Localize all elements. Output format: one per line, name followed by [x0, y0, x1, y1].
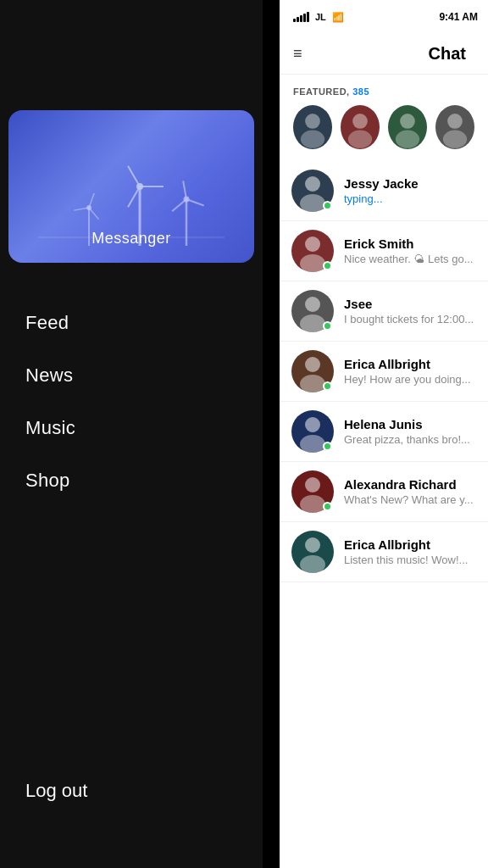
online-indicator-alexandra	[323, 502, 332, 511]
svg-point-21	[396, 131, 419, 148]
featured-label: FEATURED, 385	[280, 75, 488, 105]
chat-item-erica2[interactable]: Erica Allbright Listen this music! Wow!.…	[280, 522, 488, 582]
signal-bar-1	[293, 19, 296, 22]
featured-avatar-4[interactable]	[435, 105, 474, 149]
svg-point-10	[86, 205, 92, 210]
chat-preview-erica2: Listen this music! Wow!...	[344, 554, 476, 566]
svg-line-4	[128, 186, 140, 207]
signal-bar-4	[303, 14, 306, 22]
nav-menu: Feed News Music Shop	[0, 297, 263, 507]
chat-name-jsee: Jsee	[344, 297, 476, 311]
hero-card: Messanger	[8, 110, 254, 263]
chat-name-jessy: Jessy Jacke	[344, 176, 476, 191]
svg-point-26	[305, 236, 320, 252]
sidebar-item-feed[interactable]: Feed	[0, 297, 263, 349]
svg-point-19	[348, 131, 372, 148]
svg-point-5	[136, 183, 143, 190]
logout-button[interactable]: Log out	[0, 765, 113, 817]
online-indicator-erick	[323, 261, 332, 270]
svg-point-36	[305, 537, 320, 553]
svg-point-34	[305, 477, 320, 492]
chat-item-erica1[interactable]: Erica Allbright Hey! How are you doing..…	[280, 342, 488, 402]
chat-info-erica1: Erica Allbright Hey! How are you doing..…	[344, 357, 476, 386]
sidebar-item-news[interactable]: News	[0, 349, 263, 402]
avatar-erica2	[291, 531, 334, 573]
featured-avatar-3[interactable]	[388, 105, 427, 149]
app-title: Messanger	[92, 230, 171, 248]
svg-point-35	[300, 495, 325, 513]
chat-info-helena: Helena Junis Great pizza, thanks bro!...	[344, 417, 476, 446]
chat-name-erick: Erick Smith	[344, 236, 476, 251]
chat-preview-erica1: Hey! How are you doing...	[344, 373, 476, 386]
svg-point-29	[300, 314, 325, 332]
svg-point-17	[301, 131, 324, 148]
chat-item-helena[interactable]: Helena Junis Great pizza, thanks bro!...	[280, 402, 488, 462]
chat-item-jsee[interactable]: Jsee I bought tickets for 12:00...	[280, 281, 488, 342]
avatar-wrap-erica1	[291, 350, 334, 392]
time-display: 9:41 AM	[439, 11, 478, 23]
featured-avatar-2[interactable]	[341, 105, 380, 149]
sidebar-item-music[interactable]: Music	[0, 402, 263, 454]
chat-name-helena: Helena Junis	[344, 417, 476, 431]
svg-point-28	[305, 297, 320, 312]
online-indicator-helena	[323, 442, 332, 451]
svg-point-22	[447, 114, 463, 129]
avatar-wrap-alexandra	[291, 470, 334, 513]
signal-bar-2	[297, 17, 299, 22]
chat-title: Chat	[429, 44, 466, 64]
featured-count: 385	[352, 86, 369, 97]
svg-point-20	[400, 114, 415, 129]
svg-point-23	[443, 131, 467, 148]
menu-button[interactable]: ≡	[293, 45, 302, 63]
chat-name-erica1: Erica Allbright	[344, 357, 476, 371]
svg-point-24	[305, 176, 320, 192]
chat-preview-jsee: I bought tickets for 12:00...	[344, 313, 476, 326]
featured-text: FEATURED,	[293, 86, 350, 97]
chat-info-alexandra: Alexandra Richard What's New? What are y…	[344, 477, 476, 506]
chat-item-jessy[interactable]: Jessy Jacke typing...	[280, 161, 488, 221]
svg-point-30	[305, 357, 320, 372]
avatar-wrap-erick	[291, 230, 334, 272]
avatar-wrap-jsee	[291, 290, 334, 332]
chat-name-alexandra: Alexandra Richard	[344, 477, 476, 492]
svg-point-27	[300, 254, 325, 272]
svg-point-16	[305, 114, 320, 129]
chat-preview-jessy: typing...	[344, 192, 476, 205]
chat-item-erick[interactable]: Erick Smith Nice weather. 🌤 Lets go...	[280, 221, 488, 281]
chat-preview-helena: Great pizza, thanks bro!...	[344, 433, 476, 446]
svg-line-2	[128, 166, 140, 186]
online-indicator-jsee	[323, 321, 332, 331]
chat-info-jessy: Jessy Jacke typing...	[344, 176, 476, 205]
chat-info-erick: Erick Smith Nice weather. 🌤 Lets go...	[344, 236, 476, 265]
avatar-wrap-erica2	[291, 531, 334, 573]
status-bar: JL 📶 9:41 AM	[280, 0, 488, 34]
chat-header: ≡ Chat	[280, 34, 488, 75]
svg-point-32	[305, 417, 320, 432]
status-left: JL 📶	[293, 12, 344, 23]
chat-info-jsee: Jsee I bought tickets for 12:00...	[344, 297, 476, 326]
chat-list: Jessy Jacke typing... Erick Smith Nice w…	[280, 161, 488, 582]
online-indicator-jessy	[323, 201, 332, 210]
chat-info-erica2: Erica Allbright Listen this music! Wow!.…	[344, 537, 476, 566]
avatar-wrap-helena	[291, 410, 334, 453]
chat-preview-erick: Nice weather. 🌤 Lets go...	[344, 253, 476, 265]
online-indicator-erica1	[323, 381, 332, 391]
svg-point-18	[352, 114, 368, 129]
featured-avatar-1[interactable]	[293, 105, 332, 149]
avatar-wrap-jessy	[291, 170, 334, 212]
svg-point-15	[184, 197, 190, 203]
svg-point-37	[300, 555, 325, 573]
featured-avatars-row	[280, 105, 488, 161]
sidebar-item-shop[interactable]: Shop	[0, 454, 263, 507]
chat-name-erica2: Erica Allbright	[344, 537, 476, 552]
svg-point-25	[300, 194, 325, 212]
wifi-icon: 📶	[332, 12, 344, 23]
right-panel: JL 📶 9:41 AM ≡ Chat FEATURED, 385	[280, 0, 488, 868]
svg-point-31	[300, 375, 325, 392]
left-panel: Messanger Feed News Music Shop Log out	[0, 0, 263, 868]
carrier-label: JL	[315, 12, 326, 22]
chat-item-alexandra[interactable]: Alexandra Richard What's New? What are y…	[280, 462, 488, 522]
signal-bar-3	[300, 15, 302, 22]
signal-bar-5	[307, 12, 309, 22]
signal-bars	[293, 12, 309, 22]
